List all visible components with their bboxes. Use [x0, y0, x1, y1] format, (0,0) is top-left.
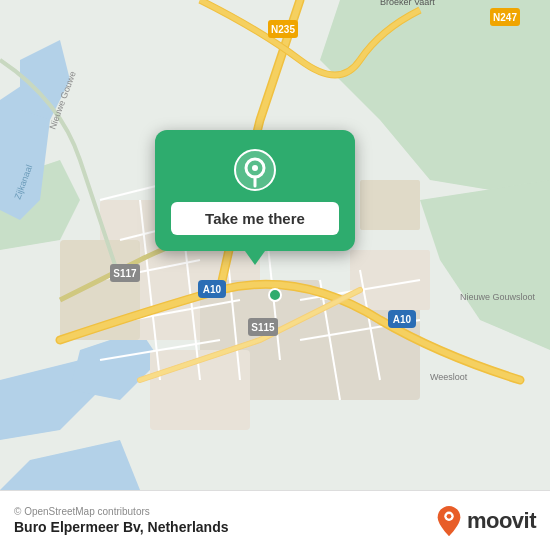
svg-point-50 [252, 165, 258, 171]
svg-point-52 [447, 513, 452, 518]
svg-text:N247: N247 [493, 12, 517, 23]
svg-rect-16 [360, 180, 420, 230]
svg-text:Broeker Vaart: Broeker Vaart [380, 0, 435, 7]
svg-text:Nieuwe Gouwsloot: Nieuwe Gouwsloot [460, 292, 536, 302]
location-name: Buro Elpermeer Bv, Netherlands [14, 519, 228, 535]
svg-point-47 [269, 289, 281, 301]
map-container: A10 A10 S115 S117 N235 N247 Nieuwe Gouwe… [0, 0, 550, 490]
bottom-bar: © OpenStreetMap contributors Buro Elperm… [0, 490, 550, 550]
svg-text:A10: A10 [393, 314, 412, 325]
svg-text:Weesloot: Weesloot [430, 372, 468, 382]
bottom-left-info: © OpenStreetMap contributors Buro Elperm… [14, 506, 228, 535]
moovit-brand-text: moovit [467, 508, 536, 534]
take-me-there-button[interactable]: Take me there [171, 202, 339, 235]
moovit-logo: moovit [435, 504, 536, 538]
location-popup: Take me there [155, 130, 355, 251]
location-pin-icon [233, 148, 277, 192]
svg-text:N235: N235 [271, 24, 295, 35]
svg-text:A10: A10 [203, 284, 222, 295]
svg-text:S117: S117 [113, 268, 137, 279]
copyright-text: © OpenStreetMap contributors [14, 506, 228, 517]
moovit-pin-icon [435, 504, 463, 538]
svg-text:S115: S115 [251, 322, 275, 333]
